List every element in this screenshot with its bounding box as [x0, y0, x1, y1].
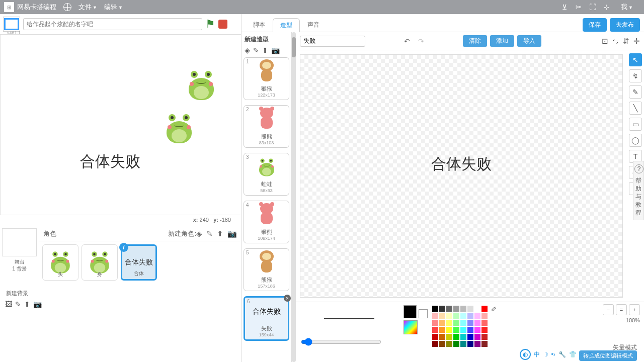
ime-skin-icon[interactable]: 👕 [569, 351, 577, 358]
palette-swatch[interactable] [453, 333, 460, 340]
costume-paint-icon[interactable]: ✎ [253, 46, 259, 54]
palette-swatch[interactable] [439, 305, 446, 312]
costume-scrollbar[interactable] [292, 32, 296, 362]
palette-swatch[interactable] [453, 305, 460, 312]
sprite-thumb-body[interactable]: 身 [82, 244, 118, 281]
palette-swatch[interactable] [467, 305, 474, 312]
backdrop-upload-icon[interactable]: ⬆ [24, 300, 30, 308]
oval-tool[interactable]: ◯ [629, 134, 642, 147]
tab-costumes[interactable]: 造型 [273, 18, 300, 32]
ime-bar[interactable]: ◐ 中 ☽ •› 🔧 👕 ☺ ⊞ [520, 349, 594, 360]
color-palette[interactable] [432, 305, 488, 359]
backdrop-paint-icon[interactable]: ✎ [15, 300, 21, 308]
palette-swatch[interactable] [481, 333, 488, 340]
palette-swatch[interactable] [446, 312, 453, 319]
palette-swatch[interactable] [474, 333, 481, 340]
costume-item-失败[interactable]: 6×合体失败失败159x44 [244, 296, 289, 341]
palette-swatch[interactable] [453, 326, 460, 333]
grow-icon[interactable]: ⛶ [589, 3, 597, 11]
costume-item-蛙蛙[interactable]: 3蛙蛙56x63 [244, 153, 289, 196]
presentation-icon[interactable] [3, 17, 20, 32]
canvas-text[interactable]: 合体失败 [431, 153, 492, 174]
costume-item-熊熊[interactable]: 2熊熊83x108 [244, 105, 289, 148]
palette-swatch[interactable] [481, 312, 488, 319]
sprite-info-icon[interactable]: i [119, 243, 128, 252]
palette-swatch[interactable] [460, 333, 467, 340]
stage-thumbnail[interactable] [2, 228, 37, 256]
palette-swatch[interactable] [439, 312, 446, 319]
rect-tool[interactable]: ▭ [629, 118, 642, 131]
palette-swatch[interactable] [474, 319, 481, 326]
costume-name-input[interactable] [300, 36, 365, 47]
palette-swatch[interactable] [481, 340, 488, 347]
zoom-out-icon[interactable]: − [603, 304, 614, 315]
redo-icon[interactable]: ↷ [416, 36, 427, 47]
palette-swatch[interactable] [474, 312, 481, 319]
palette-swatch[interactable] [446, 326, 453, 333]
palette-swatch[interactable] [439, 340, 446, 347]
palette-swatch[interactable] [467, 340, 474, 347]
ime-punct-icon[interactable]: •› [551, 351, 555, 358]
palette-swatch[interactable] [432, 333, 439, 340]
frog-sprite-2[interactable] [165, 114, 194, 143]
costume-item-猴猴[interactable]: 1猴猴122x173 [244, 57, 289, 100]
palette-swatch[interactable] [453, 312, 460, 319]
palette-swatch[interactable] [453, 340, 460, 347]
current-color-swatch[interactable] [404, 305, 417, 318]
line-tool[interactable]: ╲ [629, 102, 642, 115]
palette-swatch[interactable] [460, 305, 467, 312]
brush-size-slider[interactable] [301, 338, 381, 346]
costume-camera-icon[interactable]: 📷 [271, 46, 280, 54]
zoom-reset-icon[interactable]: = [616, 304, 627, 315]
green-flag-icon[interactable]: ⚑ [205, 18, 215, 31]
sprite-thumb-head[interactable]: 头 [42, 244, 78, 281]
palette-swatch[interactable] [432, 312, 439, 319]
file-menu[interactable]: 文件▼ [78, 3, 97, 12]
clear-button[interactable]: 清除 [463, 35, 487, 47]
palette-swatch[interactable] [460, 340, 467, 347]
help-icon[interactable]: ? [634, 164, 643, 173]
palette-swatch[interactable] [439, 319, 446, 326]
palette-swatch[interactable] [432, 326, 439, 333]
palette-swatch[interactable] [460, 326, 467, 333]
import-button[interactable]: 导入 [517, 35, 541, 47]
save-button[interactable]: 保存 [583, 18, 607, 32]
costume-item-猴熊[interactable]: 4猴熊109x174 [244, 201, 289, 243]
secondary-color-swatch[interactable] [419, 309, 428, 318]
stage-selector[interactable]: 舞台 1 背景 新建背景 🖼 ✎ ⬆ 📷 [0, 226, 39, 362]
palette-swatch[interactable] [467, 319, 474, 326]
sprite-library-icon[interactable]: ◈ [196, 229, 202, 238]
palette-swatch[interactable] [446, 340, 453, 347]
palette-swatch[interactable] [453, 319, 460, 326]
ime-logo-icon[interactable]: ◐ [520, 349, 531, 360]
ime-moon-icon[interactable]: ☽ [543, 351, 548, 358]
stop-icon[interactable] [218, 20, 227, 29]
palette-swatch[interactable] [460, 319, 467, 326]
sprite-upload-icon[interactable]: ⬆ [217, 229, 223, 238]
palette-swatch[interactable] [474, 305, 481, 312]
help-sidebar[interactable]: ? 帮助与教程 [633, 161, 644, 220]
palette-swatch[interactable] [432, 340, 439, 347]
palette-swatch[interactable] [474, 340, 481, 347]
select-tool[interactable]: ↖ [629, 53, 642, 66]
sprite-paint-icon[interactable]: ✎ [206, 229, 213, 238]
palette-swatch[interactable] [446, 319, 453, 326]
tab-sounds[interactable]: 声音 [300, 18, 327, 32]
palette-swatch[interactable] [460, 312, 467, 319]
pen-tool[interactable]: ✎ [629, 85, 642, 99]
palette-swatch[interactable] [474, 326, 481, 333]
palette-swatch[interactable] [439, 326, 446, 333]
edit-menu[interactable]: 编辑▼ [104, 3, 123, 12]
flip-h-icon[interactable]: ⇋ [612, 37, 619, 46]
costume-library-icon[interactable]: ◈ [245, 46, 250, 54]
palette-swatch[interactable] [467, 326, 474, 333]
ime-grid-icon[interactable]: ⊞ [589, 351, 594, 358]
color-picker-icon[interactable] [404, 320, 418, 334]
costume-upload-icon[interactable]: ⬆ [262, 46, 268, 54]
project-name-input[interactable] [23, 18, 202, 30]
costume-item-熊猴[interactable]: 5熊猴157x186 [244, 248, 289, 291]
palette-swatch[interactable] [432, 319, 439, 326]
stamp-icon[interactable]: ⊻ [560, 3, 569, 11]
add-button[interactable]: 添加 [490, 35, 514, 47]
stage-text-sprite[interactable]: 合体失败 [80, 151, 140, 172]
